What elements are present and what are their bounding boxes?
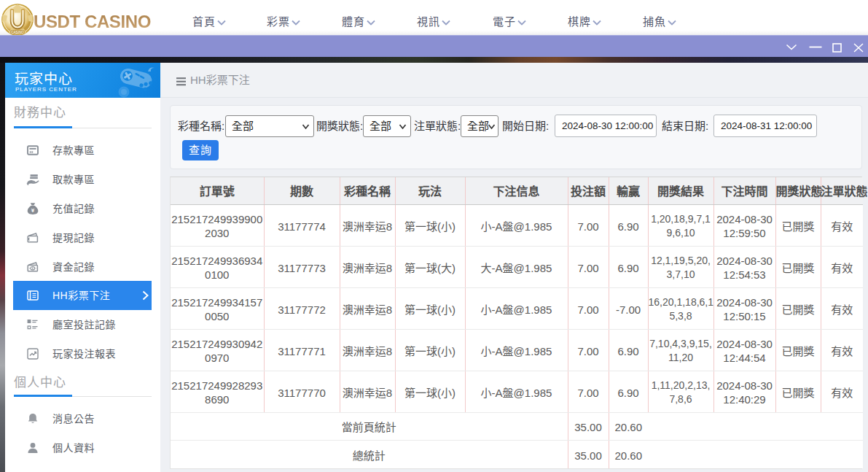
svg-text:¥: ¥ bbox=[31, 207, 35, 214]
svg-text:CASINO: CASINO bbox=[11, 31, 24, 34]
